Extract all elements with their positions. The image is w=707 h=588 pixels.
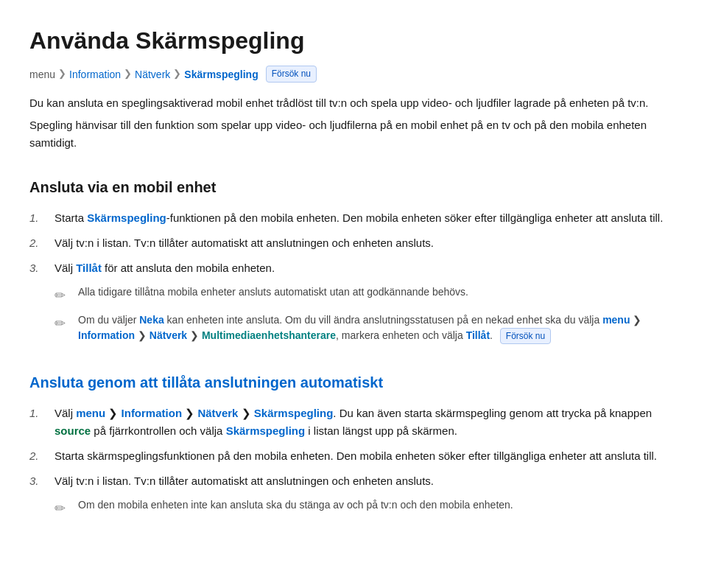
note-icon-1: ✏ xyxy=(54,285,71,307)
list-content-3: Välj Tillåt för att ansluta den mobila e… xyxy=(54,259,678,277)
s2-list-content-3: Välj tv:n i listan. Tv:n tillåter automa… xyxy=(54,472,678,490)
note2-natverk[interactable]: Nätverk xyxy=(150,329,187,341)
s2-text-mid2: på fjärrkontrollen och välja xyxy=(91,424,225,437)
list-item: 2. Välj tv:n i listan. Tv:n tillåter aut… xyxy=(29,234,678,252)
section2-list: 1. Välj menu ❯ Information ❯ Nätverk ❯ S… xyxy=(29,405,678,490)
note-icon-2: ✏ xyxy=(54,313,71,335)
list-text-after-3: för att ansluta den mobila enheten. xyxy=(102,262,275,274)
section1-title: Ansluta via en mobil enhet xyxy=(29,175,678,199)
s2-link-menu[interactable]: menu xyxy=(76,407,105,419)
breadcrumb-natverk[interactable]: Nätverk xyxy=(135,66,170,83)
try-badge-note[interactable]: Försök nu xyxy=(500,328,551,344)
section1-list: 1. Starta Skärmspegling-funktionen på de… xyxy=(29,209,678,277)
list-item: 3. Välj Tillåt för att ansluta den mobil… xyxy=(29,259,678,277)
list-num-1: 1. xyxy=(29,209,46,227)
link-neka[interactable]: Neka xyxy=(139,314,163,326)
list-item: 3. Välj tv:n i listan. Tv:n tillåter aut… xyxy=(29,472,678,490)
s2-list-num-1: 1. xyxy=(29,405,46,422)
s2-text-mid: . Du kan även starta skärmspegling genom… xyxy=(333,407,652,419)
s2-link-info[interactable]: Information xyxy=(122,407,183,419)
note2-info[interactable]: Information xyxy=(78,329,135,341)
breadcrumb-menu[interactable]: menu xyxy=(29,66,55,83)
breadcrumb-skarm: Skärmspegling xyxy=(184,66,258,83)
s2-chevron-1: ❯ xyxy=(108,407,118,419)
s2-list-num-2: 2. xyxy=(29,447,46,465)
chevron-icon-n2: ❯ xyxy=(138,329,147,341)
link-tillat-1[interactable]: Tillåt xyxy=(76,262,102,274)
list-item: 1. Starta Skärmspegling-funktionen på de… xyxy=(29,209,678,227)
note-icon-s2: ✏ xyxy=(54,498,71,519)
note2-before: Om du väljer xyxy=(78,314,139,326)
link-skarmspegling-1[interactable]: Skärmspegling xyxy=(87,211,166,224)
page-title: Använda Skärmspegling xyxy=(29,22,678,60)
list-num-3: 3. xyxy=(29,259,46,277)
note2-mid: kan enheten inte ansluta. Om du vill änd… xyxy=(164,314,602,326)
section2-title: Ansluta genom att tillåta anslutningen a… xyxy=(29,371,678,394)
s2-list-content-1: Välj menu ❯ Information ❯ Nätverk ❯ Skär… xyxy=(54,405,678,440)
try-badge-header[interactable]: Försök nu xyxy=(266,66,317,83)
list-item: 2. Starta skärmspegling­sfunktionen på d… xyxy=(29,447,678,465)
note-text-1: Alla tidigare tillåtna mobila enheter an… xyxy=(78,284,678,300)
note-text-2: Om du väljer Neka kan enheten inte anslu… xyxy=(78,312,678,344)
note-block-2: ✏ Om du väljer Neka kan enheten inte ans… xyxy=(54,312,678,344)
list-text-before-1: Starta xyxy=(54,211,87,224)
list-content-1: Starta Skärmspegling-funktionen på den m… xyxy=(54,209,678,227)
s2-link-source[interactable]: source xyxy=(54,424,91,437)
note2-multi[interactable]: Multimediaenhetshanterare xyxy=(202,329,336,341)
s2-text-before-1: Välj xyxy=(54,407,76,419)
list-num-2: 2. xyxy=(29,234,46,252)
list-content-2: Välj tv:n i listan. Tv:n tillåter automa… xyxy=(54,234,678,252)
s2-chevron-3: ❯ xyxy=(242,407,251,419)
intro-paragraph-1: Du kan ansluta en speglingsaktiverad mob… xyxy=(29,94,678,112)
breadcrumb-information[interactable]: Information xyxy=(69,66,121,83)
chevron-icon-n1: ❯ xyxy=(633,314,641,326)
chevron-icon-3: ❯ xyxy=(173,66,181,82)
breadcrumb: menu ❯ Information ❯ Nätverk ❯ Skärmspeg… xyxy=(29,66,678,83)
list-text-before-3: Välj xyxy=(54,262,76,274)
section2-note-text: Om den mobila enheten inte kan ansluta s… xyxy=(78,497,678,513)
note2-menu[interactable]: menu xyxy=(602,314,630,326)
note2-end: . xyxy=(490,329,493,341)
intro-paragraph-2: Spegling hänvisar till den funktion som … xyxy=(29,116,678,152)
s2-list-num-3: 3. xyxy=(29,472,46,490)
s2-chevron-2: ❯ xyxy=(185,407,194,419)
section2-note-block: ✏ Om den mobila enheten inte kan ansluta… xyxy=(54,497,678,519)
list-item: 1. Välj menu ❯ Information ❯ Nätverk ❯ S… xyxy=(29,405,678,440)
s2-link-skarm[interactable]: Skärmspegling xyxy=(254,407,334,419)
s2-text-after: i listan längst upp på skärmen. xyxy=(305,424,457,437)
s2-link-natverk[interactable]: Nätverk xyxy=(197,407,238,419)
chevron-icon-1: ❯ xyxy=(58,66,66,82)
list-text-after-1: -funktionen på den mobila enheten. Den m… xyxy=(166,211,664,224)
chevron-icon-2: ❯ xyxy=(124,66,132,82)
note2-after: , markera enheten och välja xyxy=(336,329,466,341)
s2-link-skarm2[interactable]: Skärmspegling xyxy=(226,424,306,437)
s2-list-content-2: Starta skärmspegling­sfunktionen på den … xyxy=(54,447,678,465)
chevron-icon-n3: ❯ xyxy=(190,329,199,341)
note2-tillat[interactable]: Tillåt xyxy=(466,329,490,341)
note-block-1: ✏ Alla tidigare tillåtna mobila enheter … xyxy=(54,284,678,307)
